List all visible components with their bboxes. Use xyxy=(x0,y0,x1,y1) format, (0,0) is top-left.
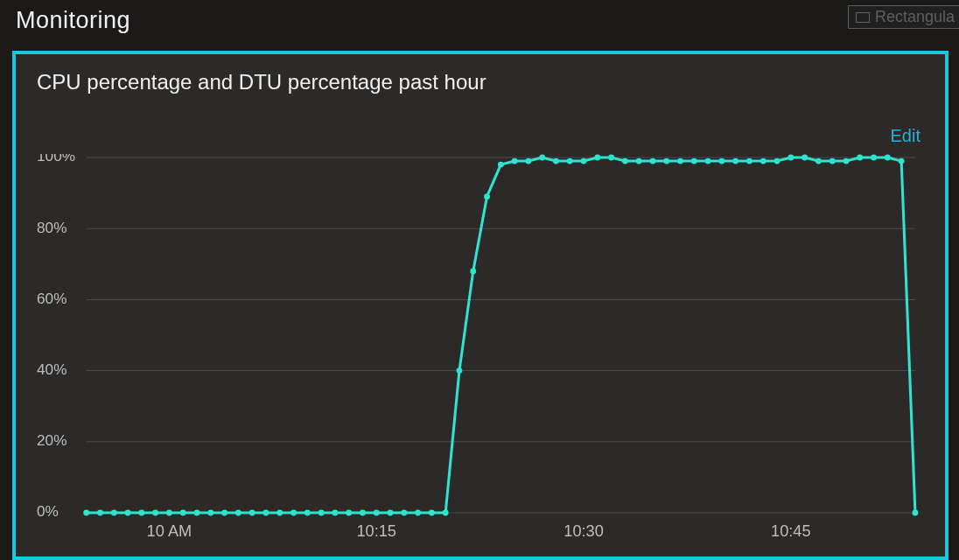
data-point xyxy=(304,510,311,516)
edit-link[interactable]: Edit xyxy=(891,126,920,146)
data-point xyxy=(318,510,325,516)
y-tick-label: 100% xyxy=(37,154,75,164)
data-point xyxy=(718,158,724,164)
data-point xyxy=(111,510,117,516)
y-tick-label: 20% xyxy=(37,432,66,449)
y-tick-label: 60% xyxy=(37,290,66,307)
data-point xyxy=(429,510,435,516)
data-point xyxy=(498,162,504,168)
data-point xyxy=(636,158,642,164)
data-point xyxy=(912,510,918,516)
data-point xyxy=(830,158,836,164)
data-point xyxy=(332,510,338,516)
data-point xyxy=(221,510,228,516)
data-point xyxy=(691,158,697,164)
chart-cpu-dtu[interactable]: 0%20%40%60%80%100%10 AM10:1510:3010:45 xyxy=(35,154,920,556)
data-point xyxy=(346,510,352,516)
data-point xyxy=(553,158,559,164)
data-point xyxy=(83,510,89,516)
y-tick-label: 0% xyxy=(37,504,59,521)
data-point xyxy=(663,158,669,164)
data-point xyxy=(374,510,380,516)
data-point xyxy=(705,158,711,164)
data-point xyxy=(415,510,421,516)
data-point xyxy=(857,155,863,161)
data-point xyxy=(470,269,476,275)
data-point xyxy=(290,510,297,516)
data-point xyxy=(276,510,283,516)
y-tick-label: 80% xyxy=(37,220,66,236)
data-point xyxy=(443,510,449,516)
data-point xyxy=(581,158,587,164)
page-title: Monitoring xyxy=(16,7,130,34)
data-point xyxy=(732,158,738,164)
y-tick-label: 40% xyxy=(37,361,66,378)
series-line xyxy=(87,158,915,513)
data-point xyxy=(746,158,752,164)
x-tick-label: 10:30 xyxy=(564,522,604,540)
data-point xyxy=(622,158,628,164)
data-point xyxy=(235,510,242,516)
data-point xyxy=(512,158,518,164)
x-tick-label: 10:45 xyxy=(771,522,811,540)
data-point xyxy=(262,510,269,516)
x-tick-label: 10 AM xyxy=(147,522,192,540)
data-point xyxy=(871,155,877,161)
data-point xyxy=(816,158,822,164)
data-point xyxy=(802,155,808,161)
tile-title: CPU percentage and DTU percentage past h… xyxy=(37,70,486,94)
data-point xyxy=(138,510,144,516)
data-point xyxy=(152,510,158,516)
rectangle-icon xyxy=(856,12,870,23)
data-point xyxy=(457,368,463,374)
data-point xyxy=(774,158,780,164)
data-point xyxy=(207,510,214,516)
data-point xyxy=(360,510,366,516)
data-point xyxy=(194,510,200,516)
data-point xyxy=(97,510,103,516)
snip-mode-indicator: Rectangula xyxy=(848,5,959,29)
data-point xyxy=(567,158,573,164)
data-point xyxy=(180,510,186,516)
data-point xyxy=(539,155,545,161)
data-point xyxy=(249,510,256,516)
data-point xyxy=(388,510,394,516)
data-point xyxy=(166,510,172,516)
data-point xyxy=(899,158,905,164)
data-point xyxy=(885,155,891,161)
data-point xyxy=(760,158,766,164)
data-point xyxy=(788,155,794,161)
data-point xyxy=(484,193,490,200)
data-point xyxy=(401,510,407,516)
data-point xyxy=(125,510,131,516)
snip-mode-label: Rectangula xyxy=(875,8,955,26)
data-point xyxy=(608,155,614,161)
data-point xyxy=(650,158,656,164)
x-tick-label: 10:15 xyxy=(356,522,396,540)
data-point xyxy=(594,155,600,161)
data-point xyxy=(525,158,531,164)
data-point xyxy=(677,158,683,164)
data-point xyxy=(844,158,850,164)
monitoring-tile[interactable]: CPU percentage and DTU percentage past h… xyxy=(12,51,948,560)
